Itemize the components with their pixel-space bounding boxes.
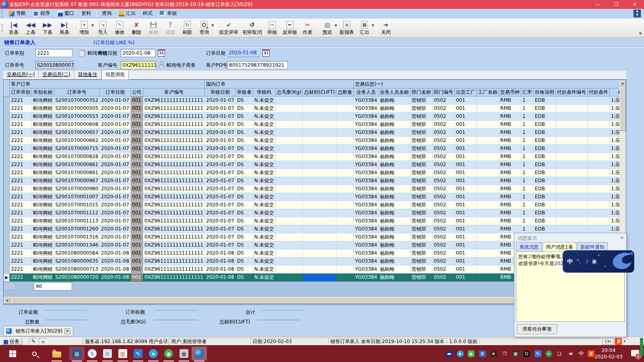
grid-cell[interactable]: 1:应税内含 [609,169,619,177]
grid-cell[interactable]: 001 [454,113,477,121]
volume-tray-icon[interactable]: ◀) [567,350,575,357]
grid-cell[interactable]: DS [235,193,253,201]
edit-button[interactable]: ✎修改 [111,19,128,37]
grid-cell[interactable] [587,225,609,233]
security-tray-icon[interactable]: ★ [489,350,497,357]
grid-cell[interactable]: YG03384 [354,121,379,129]
grid-cell[interactable]: 0XZ9611111111111111 [143,241,204,249]
grid-cell[interactable] [587,201,609,209]
grid-cell[interactable]: 1 [521,193,533,201]
grid-cell[interactable]: 1 [521,209,533,217]
grid-cell[interactable]: 2221 [10,241,32,249]
grid-cell[interactable]: 营销部 [410,105,432,113]
grid-cell[interactable]: 营销部 [410,193,432,201]
next-button[interactable]: ▶▶下条 [39,19,56,37]
grid-cell[interactable]: 2221 [10,121,32,129]
grid-cell[interactable]: YG03384 [354,225,379,233]
grid-cell[interactable]: 0502 [432,201,454,209]
grid-cell[interactable]: 2221 [10,233,32,241]
grid-cell[interactable]: 杨贻梅 [378,153,410,161]
report-app[interactable]: ▥ [115,347,130,360]
grid-cell[interactable]: 2020-01-07 [100,105,131,113]
grid-cell[interactable]: YG03384 [354,233,379,241]
grid-cell[interactable]: 001 [130,274,143,282]
grid-cell[interactable]: 0502 [432,274,454,282]
grid-cell[interactable]: EDB [533,137,555,145]
grid-cell[interactable]: 2020-01-07 [100,201,131,209]
column-header[interactable]: 订单单号 [54,88,100,97]
grid-cell[interactable]: 杨贻梅 [378,97,410,105]
grid-cell[interactable] [477,137,499,145]
grid-cell[interactable]: 0502 [432,241,454,249]
grid-cell[interactable]: EDB [533,153,555,161]
column-header[interactable]: 部门名称 [410,88,432,97]
grid-cell[interactable]: 2221 [10,193,32,201]
grid-cell[interactable]: EDB [533,201,555,209]
grid-cell[interactable]: 0XZ9611111111111111 [143,121,204,129]
grid-cell[interactable]: 001 [454,177,477,185]
grid-cell[interactable]: 0502 [432,177,454,185]
grid-cell[interactable]: S2001070000980 [54,185,100,193]
grid-cell[interactable] [477,225,499,233]
grid-cell[interactable]: 001 [454,265,477,274]
table-row[interactable]: 2221帕琦网销S20010700006082020-01-070010XZ96… [4,121,620,129]
grid-cell[interactable]: S2001070001316 [54,233,100,241]
grid-cell[interactable]: YG03384 [354,177,379,185]
table-row[interactable]: 2221帕琦网销S20010700008612020-01-070010XZ96… [4,161,620,169]
grid-cell[interactable]: 0XZ9611111111111111 [143,249,204,257]
grid-cell[interactable] [303,249,336,257]
submit-review-button[interactable]: ✔提交评审 [217,19,240,37]
table-row[interactable]: 2221帕琦网销S20010700010072020-01-070010XZ96… [4,193,620,201]
grid-cell[interactable]: 1 [521,177,533,185]
grid-cell[interactable] [477,201,499,209]
wechat-tray-icon[interactable]: ◉ [467,350,475,357]
grid-cell[interactable]: 001 [454,217,477,225]
column-header[interactable]: 总材积(CUFT) [303,88,336,97]
grid-cell[interactable] [555,201,587,209]
grid-cell[interactable]: RMB [499,161,521,169]
grid-cell[interactable]: S2001070000828 [54,153,100,161]
grid-cell[interactable] [303,185,336,193]
grid-cell[interactable]: EDB [533,113,555,121]
grid-cell[interactable]: 2020-01-07 [205,121,236,129]
table-row[interactable]: 2221帕琦网销S20010700010152020-01-070010XZ96… [4,201,620,209]
grid-cell[interactable]: 2221 [10,105,32,113]
grid-cell[interactable]: YG03384 [354,105,379,113]
grid-cell[interactable]: 杨贻梅 [378,233,410,241]
menu-item-query[interactable]: 查询 [98,9,115,18]
dropdown-arrow-icon[interactable]: ▼ [334,24,337,27]
grid-cell[interactable] [477,169,499,177]
scroll-left-icon[interactable]: ◀ [4,297,10,304]
grid-cell[interactable]: EDB [533,185,555,193]
grid-cell[interactable]: 2020-01-07 [205,97,236,105]
grid-cell[interactable]: RMB [499,121,521,129]
grid-cell[interactable] [477,153,499,161]
grid-cell[interactable]: 2020-01-08 [205,274,236,282]
edit-note-icon[interactable]: ✎ [29,338,38,345]
grid-cell[interactable]: 001 [130,145,143,153]
grid-cell[interactable] [555,129,587,137]
query-button[interactable]: 查询 [196,19,213,37]
doc-date-input[interactable]: 2020-01-08 [121,49,155,57]
grid-cell[interactable]: 001 [454,153,477,161]
grid-cell[interactable] [336,129,354,137]
grid-cell[interactable]: 0502 [432,193,454,201]
grid-cell[interactable] [303,274,336,282]
grid-cell[interactable]: 001 [130,257,143,265]
grid-cell[interactable]: 0502 [432,265,454,274]
grid-cell[interactable]: 帕琦网销 [32,209,54,217]
table-row[interactable]: 2221帕琦网销S20010700008912020-01-070010XZ96… [4,169,620,177]
grid-cell[interactable]: EDB [533,193,555,201]
grid-cell[interactable]: S2001070000505 [54,105,100,113]
column-header[interactable]: 部门编号 [432,88,454,97]
grid-cell[interactable] [477,217,499,225]
grid-cell[interactable]: RMB [499,177,521,185]
grid-cell[interactable] [275,161,303,169]
grid-cell[interactable]: 1:应税内含 [609,185,619,193]
grid-cell[interactable]: 2221 [10,97,32,105]
grid-cell[interactable]: 2020-01-07 [100,121,131,129]
qq-tray-icon[interactable]: Q [522,350,530,357]
grid-cell[interactable] [275,177,303,185]
wechat-app[interactable]: ◉ [161,347,176,360]
grid-cell[interactable]: 0XZ9611111111111111 [143,113,204,121]
